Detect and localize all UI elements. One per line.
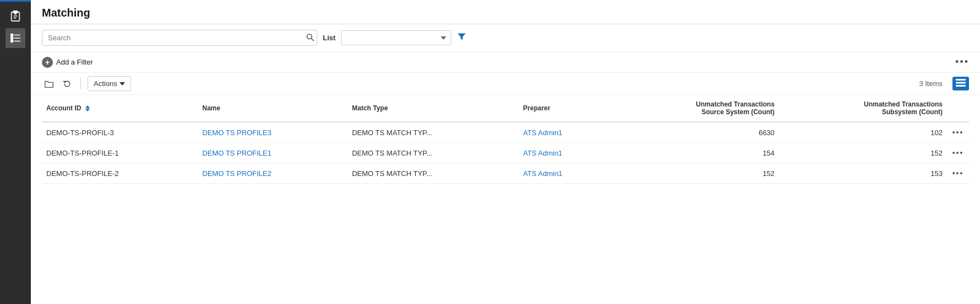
page-header: Matching <box>31 0 980 24</box>
actions-dropdown-button[interactable]: Actions <box>88 76 131 91</box>
row-more-button[interactable]: ••• <box>952 128 964 137</box>
cell-preparer[interactable]: ATS Admin1 <box>519 122 611 143</box>
filter-button[interactable] <box>457 31 467 44</box>
list-label: List <box>323 34 335 42</box>
cell-unmatched-sub: 102 <box>779 122 947 143</box>
cell-match-type: DEMO TS MATCH TYP... <box>348 122 519 143</box>
cell-account-id: DEMO-TS-PROFILE-2 <box>42 163 198 184</box>
col-name[interactable]: Name <box>198 95 348 122</box>
add-filter-label: Add a Filter <box>56 58 93 66</box>
cell-preparer[interactable]: ATS Admin1 <box>519 143 611 163</box>
table-container: Account ID Name Match Type Preparer Unma… <box>31 95 980 304</box>
col-account-id[interactable]: Account ID <box>42 95 198 122</box>
cell-match-type: DEMO TS MATCH TYP... <box>348 143 519 163</box>
actions-label: Actions <box>94 79 117 88</box>
row-more-button[interactable]: ••• <box>952 169 964 178</box>
cell-name[interactable]: DEMO TS PROFILE1 <box>198 143 348 163</box>
svg-point-2 <box>15 13 17 14</box>
col-match-type[interactable]: Match Type <box>348 95 519 122</box>
main-table: Account ID Name Match Type Preparer Unma… <box>42 95 969 184</box>
cell-preparer[interactable]: ATS Admin1 <box>519 163 611 184</box>
col-unmatched-sub[interactable]: Unmatched TransactionsSubsystem (Count) <box>779 95 947 122</box>
search-button[interactable] <box>306 33 314 42</box>
svg-rect-11 <box>956 79 966 81</box>
cell-match-type: DEMO TS MATCH TYP... <box>348 163 519 184</box>
cell-unmatched-source: 6630 <box>611 122 779 143</box>
cell-unmatched-source: 152 <box>611 163 779 184</box>
cell-row-more[interactable]: ••• <box>947 122 969 143</box>
items-count: 3 Items <box>919 79 943 88</box>
svg-rect-5 <box>11 40 13 42</box>
toolbar: List <box>31 24 980 52</box>
table-row: DEMO-TS-PROFILE-2 DEMO TS PROFILE2 DEMO … <box>42 163 969 184</box>
col-preparer[interactable]: Preparer <box>519 95 611 122</box>
add-filter-button[interactable]: + Add a Filter <box>42 57 93 68</box>
sidebar-icon-clipboard[interactable] <box>6 6 25 26</box>
cell-unmatched-sub: 152 <box>779 143 947 163</box>
sidebar-icon-list[interactable] <box>6 28 25 48</box>
actions-bar: Actions 3 Items <box>31 73 980 95</box>
search-container <box>42 30 317 46</box>
cell-unmatched-sub: 153 <box>779 163 947 184</box>
svg-rect-13 <box>956 85 966 87</box>
more-options-button[interactable]: ••• <box>955 56 969 68</box>
table-row: DEMO-TS-PROFIL-3 DEMO TS PROFILE3 DEMO T… <box>42 122 969 143</box>
svg-rect-12 <box>956 82 966 84</box>
cell-name[interactable]: DEMO TS PROFILE2 <box>198 163 348 184</box>
table-header-row: Account ID Name Match Type Preparer Unma… <box>42 95 969 122</box>
cell-unmatched-source: 154 <box>611 143 779 163</box>
cell-row-more[interactable]: ••• <box>947 163 969 184</box>
toolbar-divider <box>80 78 81 89</box>
refresh-button[interactable] <box>61 77 74 90</box>
search-input[interactable] <box>42 30 317 46</box>
list-select[interactable] <box>341 30 451 45</box>
cell-account-id: DEMO-TS-PROFILE-1 <box>42 143 198 163</box>
main-content: Matching List + Add a Filter <box>31 0 980 304</box>
table-body: DEMO-TS-PROFIL-3 DEMO TS PROFILE3 DEMO T… <box>42 122 969 184</box>
cell-row-more[interactable]: ••• <box>947 143 969 163</box>
svg-line-10 <box>311 38 313 40</box>
filter-bar: + Add a Filter ••• <box>31 52 980 73</box>
add-filter-icon: + <box>42 57 53 68</box>
page-title: Matching <box>42 7 969 19</box>
table-row: DEMO-TS-PROFILE-1 DEMO TS PROFILE1 DEMO … <box>42 143 969 163</box>
view-toggle-button[interactable] <box>952 77 969 90</box>
folder-button[interactable] <box>42 77 56 91</box>
sort-icons-account-id <box>85 105 90 111</box>
svg-rect-4 <box>11 37 13 39</box>
cell-name[interactable]: DEMO TS PROFILE3 <box>198 122 348 143</box>
sort-up-icon <box>85 105 90 108</box>
cell-account-id: DEMO-TS-PROFIL-3 <box>42 122 198 143</box>
svg-rect-3 <box>11 34 13 36</box>
sidebar <box>0 0 31 304</box>
col-unmatched-source[interactable]: Unmatched TransactionsSource System (Cou… <box>611 95 779 122</box>
row-more-button[interactable]: ••• <box>952 148 964 157</box>
col-actions-spacer <box>947 95 969 122</box>
sort-down-icon <box>85 109 90 111</box>
